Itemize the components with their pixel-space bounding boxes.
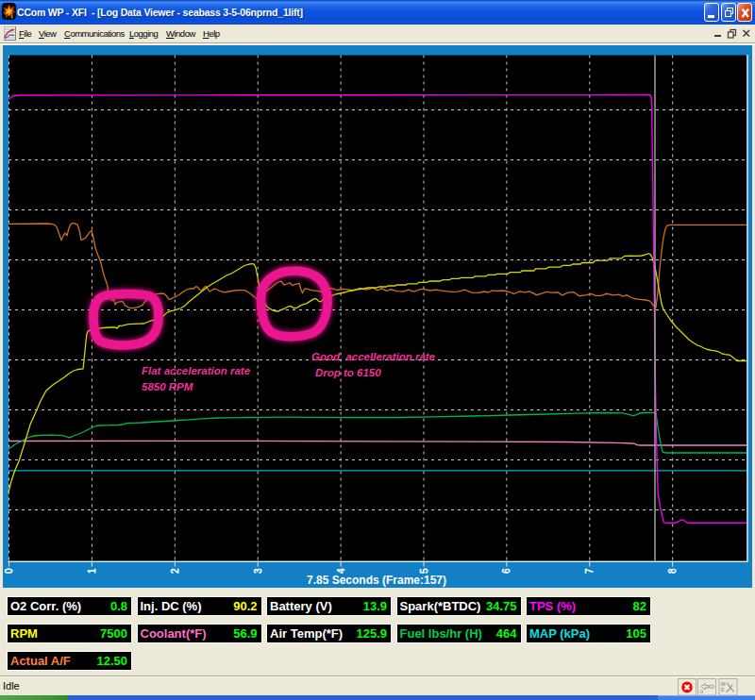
svg-text:E: E	[721, 687, 725, 692]
svg-text:M: M	[721, 681, 726, 687]
